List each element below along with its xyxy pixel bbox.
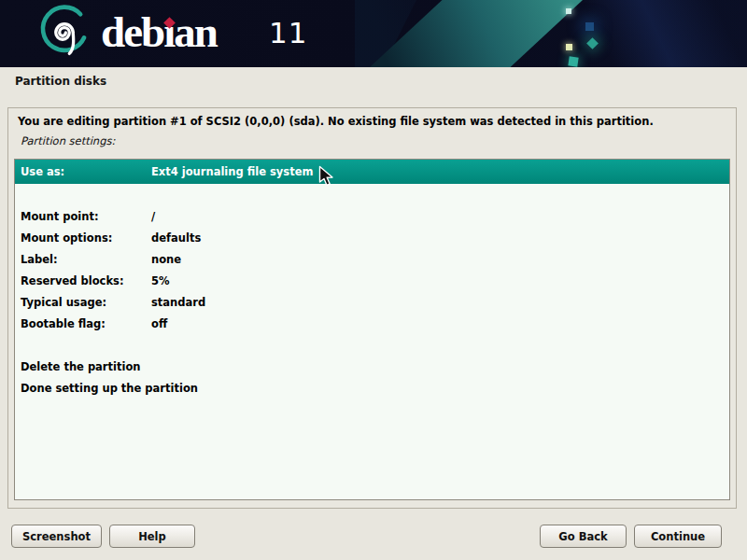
- deco-square-teal: [568, 56, 578, 66]
- setting-label: Reserved blocks:: [15, 274, 151, 287]
- edit-partition-message: You are editing partition #1 of SCSI2 (0…: [18, 115, 654, 128]
- setting-value: Ext4 journaling file system: [151, 165, 313, 178]
- debian-swirl-icon: [34, 2, 95, 63]
- wordmark-part: an: [174, 7, 217, 56]
- page-title: Partition disks: [15, 75, 106, 88]
- setting-value: defaults: [151, 231, 201, 245]
- debian-wordmark: debıan: [101, 6, 217, 62]
- list-item-done-setting-up[interactable]: Done setting up the partition: [15, 377, 729, 399]
- action-label: Done setting up the partition: [15, 382, 198, 395]
- partition-settings-list[interactable]: Use as: Ext4 journaling file system Moun…: [14, 159, 730, 500]
- go-back-button[interactable]: Go Back: [540, 525, 627, 548]
- deco-square-yellow: [566, 44, 572, 50]
- list-item-mount-point[interactable]: Mount point: /: [15, 205, 729, 227]
- list-item-use-as[interactable]: Use as: Ext4 journaling file system: [15, 160, 729, 184]
- action-label: Delete the partition: [15, 360, 141, 373]
- banner: debıan 11: [0, 0, 747, 67]
- setting-label: Mount point:: [15, 210, 151, 223]
- content-frame: You are editing partition #1 of SCSI2 (0…: [7, 107, 737, 509]
- setting-label: Typical usage:: [15, 296, 151, 309]
- setting-value: /: [151, 210, 155, 223]
- list-item-reserved-blocks[interactable]: Reserved blocks: 5%: [15, 270, 729, 291]
- setting-label: Use as:: [15, 165, 151, 178]
- setting-label: Bootable flag:: [15, 317, 151, 330]
- setting-label: Mount options:: [15, 231, 151, 245]
- partition-settings-label: Partition settings:: [21, 134, 115, 147]
- list-spacer: [15, 184, 729, 205]
- wordmark-part: ı: [163, 7, 174, 56]
- deco-square-white: [566, 8, 571, 14]
- setting-value: standard: [151, 296, 205, 309]
- list-item-typical-usage[interactable]: Typical usage: standard: [15, 291, 729, 313]
- banner-deco-band: [558, 0, 747, 67]
- list-item-delete-partition[interactable]: Delete the partition: [15, 356, 729, 377]
- help-button[interactable]: Help: [109, 525, 195, 548]
- continue-button[interactable]: Continue: [634, 525, 722, 548]
- setting-value: off: [151, 317, 167, 330]
- list-spacer: [15, 334, 729, 356]
- setting-value: 5%: [151, 274, 170, 287]
- wordmark-i: ı: [163, 6, 174, 58]
- setting-value: none: [151, 253, 181, 266]
- wordmark-part: deb: [101, 7, 163, 56]
- list-item-label[interactable]: Label: none: [15, 248, 729, 270]
- debian-version: 11: [269, 16, 307, 49]
- deco-square-blue: [585, 22, 594, 31]
- list-item-bootable-flag[interactable]: Bootable flag: off: [15, 313, 729, 334]
- mouse-cursor-icon: [318, 165, 334, 188]
- setting-label: Label:: [15, 253, 151, 266]
- list-item-mount-options[interactable]: Mount options: defaults: [15, 227, 729, 248]
- screenshot-button[interactable]: Screenshot: [11, 525, 102, 548]
